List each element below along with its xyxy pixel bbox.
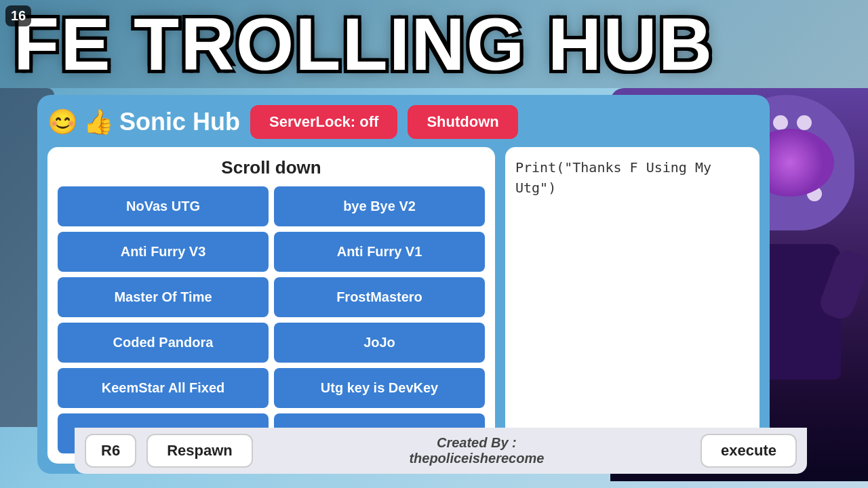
shutdown-button[interactable]: Shutdown xyxy=(408,105,517,139)
script-btn-master-of-time[interactable]: Master Of Time xyxy=(58,277,269,317)
output-text: Print("Thanks F Using My Utg") xyxy=(515,159,711,196)
output-panel: Print("Thanks F Using My Utg") xyxy=(505,147,760,464)
script-btn-utg-key[interactable]: Utg key is DevKey xyxy=(274,368,485,408)
script-btn-jojo[interactable]: JoJo xyxy=(274,323,485,363)
script-btn-bye-bye-v2[interactable]: bye Bye V2 xyxy=(274,186,485,226)
script-grid: NoVas UTG bye Bye V2 Anti Furry V3 Anti … xyxy=(58,186,485,453)
hub-panel: 😊 👍 Sonic Hub ServerLock: off Shutdown S… xyxy=(37,95,770,474)
main-content: Scroll down NoVas UTG bye Bye V2 Anti Fu… xyxy=(47,147,760,464)
script-btn-anti-furry-v3[interactable]: Anti Furry V3 xyxy=(58,232,269,272)
r6-button[interactable]: R6 xyxy=(85,434,136,468)
bottom-bar: R6 Respawn Created By :thepoliceishereco… xyxy=(75,428,807,474)
script-btn-frostmastero[interactable]: FrostMastero xyxy=(274,277,485,317)
execute-button[interactable]: execute xyxy=(701,434,797,468)
script-btn-anti-furry-v1[interactable]: Anti Furry V1 xyxy=(274,232,485,272)
scroll-title: Scroll down xyxy=(58,157,485,178)
script-btn-keemstar[interactable]: KeemStar All Fixed xyxy=(58,368,269,408)
page-title: FE TROLLING HUB xyxy=(14,7,713,81)
script-btn-novas-utg[interactable]: NoVas UTG xyxy=(58,186,269,226)
emoji-smiley: 😊 xyxy=(47,108,78,136)
hub-name: Sonic Hub xyxy=(119,108,240,136)
counter-badge: 16 xyxy=(5,5,31,26)
script-panel: Scroll down NoVas UTG bye Bye V2 Anti Fu… xyxy=(47,147,495,464)
title-bar: 16 FE TROLLING HUB xyxy=(0,0,868,88)
created-by-label: Created By :thepoliceisherecome xyxy=(263,435,690,466)
server-lock-button[interactable]: ServerLock: off xyxy=(250,105,397,139)
hub-title: 😊 👍 Sonic Hub xyxy=(47,108,240,136)
emoji-thumbs: 👍 xyxy=(83,108,114,136)
script-btn-coded-pandora[interactable]: Coded Pandora xyxy=(58,323,269,363)
hub-header: 😊 👍 Sonic Hub ServerLock: off Shutdown xyxy=(47,105,760,139)
respawn-button[interactable]: Respawn xyxy=(146,434,253,468)
